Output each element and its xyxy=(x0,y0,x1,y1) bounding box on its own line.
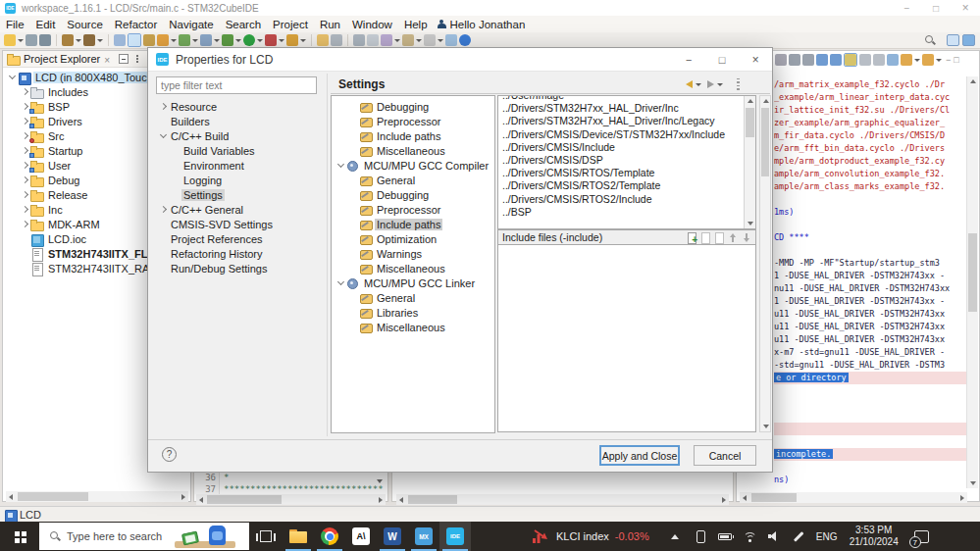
scroll-up-icon[interactable] xyxy=(970,79,976,83)
dialog-titlebar[interactable]: IDE Properties for LCD xyxy=(148,48,772,72)
minimize-button[interactable] xyxy=(892,0,921,16)
tree-item-include-paths[interactable]: Include paths xyxy=(332,128,494,143)
dropdown-caret-icon[interactable] xyxy=(279,39,284,42)
forward-icon[interactable] xyxy=(424,34,443,46)
edit-icon[interactable] xyxy=(699,232,710,243)
scroll-down-icon[interactable] xyxy=(970,481,976,485)
open-folder-icon[interactable] xyxy=(317,34,329,46)
scroll-right-icon[interactable] xyxy=(722,497,726,503)
include-paths-list[interactable]: ../User/Image../Drivers/STM32H7xx_HAL_Dr… xyxy=(497,95,756,229)
user-account[interactable]: Hello Jonathan xyxy=(438,19,526,30)
menu-search[interactable]: Search xyxy=(220,19,267,30)
cpp-perspective-icon[interactable] xyxy=(962,34,975,46)
dropdown-caret-icon[interactable] xyxy=(76,39,81,42)
menu-navigate[interactable]: Navigate xyxy=(163,19,219,30)
link-with-editor-icon[interactable] xyxy=(445,34,457,46)
move-down-icon[interactable] xyxy=(741,232,751,243)
editor-hscrollbar[interactable] xyxy=(196,494,386,505)
back-icon[interactable] xyxy=(402,34,422,46)
scroll-thumb[interactable] xyxy=(18,492,88,501)
include-path-item[interactable]: ../Drivers/CMSIS/Include xyxy=(498,141,742,154)
pencil-icon[interactable] xyxy=(331,34,342,46)
scroll-thumb[interactable] xyxy=(761,108,769,176)
save-icon[interactable] xyxy=(26,34,37,46)
twisty-icon[interactable] xyxy=(335,277,346,288)
collapse-all-icon[interactable] xyxy=(119,54,129,64)
include-path-item[interactable]: ../Drivers/STM32H7xx_HAL_Driver/Inc xyxy=(498,102,742,115)
tree-item-include-paths[interactable]: Include paths xyxy=(332,217,494,231)
dropdown-caret-icon[interactable] xyxy=(394,39,400,42)
console-restore-icon[interactable]: □ xyxy=(954,55,958,65)
include-path-item[interactable]: ../Drivers/CMSIS/Device/ST/STM32H7xx/Inc… xyxy=(498,128,742,141)
scroll-lock-icon[interactable] xyxy=(873,54,885,66)
clear-console-icon[interactable] xyxy=(859,54,871,66)
console-hscrollbar[interactable] xyxy=(740,492,967,503)
open-console-icon[interactable] xyxy=(922,54,942,66)
tray-wifi-button[interactable] xyxy=(738,531,762,542)
tree-item-libraries[interactable]: Libraries xyxy=(332,305,494,320)
settings-pane-vscrollbar[interactable] xyxy=(759,95,771,432)
taskbar-app-word[interactable]: W xyxy=(377,522,408,551)
scroll-up-icon[interactable] xyxy=(763,99,769,103)
tray-battery-button[interactable] xyxy=(713,533,738,540)
console-settings-icon[interactable] xyxy=(844,53,857,67)
cancel-button[interactable]: Cancel xyxy=(694,445,756,466)
back-icon[interactable] xyxy=(686,80,693,88)
dropdown-caret-icon[interactable] xyxy=(235,39,241,42)
scroll-down-icon[interactable] xyxy=(377,479,383,483)
scroll-right-icon[interactable] xyxy=(960,495,964,501)
back-menu-caret-icon[interactable] xyxy=(696,83,701,86)
include-path-item[interactable]: ../Drivers/CMSIS/DSP xyxy=(498,154,742,167)
tree-item-builders[interactable]: Builders xyxy=(154,114,323,128)
profile-icon[interactable] xyxy=(265,34,284,46)
menu-edit[interactable]: Edit xyxy=(30,19,62,30)
include-paths-vscrollbar[interactable] xyxy=(744,96,755,228)
tree-item-refactoring-history[interactable]: Refactoring History xyxy=(154,246,323,261)
dropdown-caret-icon[interactable] xyxy=(416,39,422,42)
start-button[interactable] xyxy=(0,522,39,551)
dropdown-caret-icon[interactable] xyxy=(214,39,220,42)
twisty-icon[interactable] xyxy=(20,86,30,97)
dropdown-caret-icon[interactable] xyxy=(300,39,306,42)
scroll-down-icon[interactable] xyxy=(763,425,769,428)
prev-console-icon[interactable] xyxy=(830,54,842,66)
tree-item-preprocessor[interactable]: Preprocessor xyxy=(332,202,494,217)
clock[interactable]: 3:53 PM 21/10/2024 xyxy=(843,522,905,551)
scroll-down-icon[interactable] xyxy=(748,222,753,225)
add-icon[interactable] xyxy=(686,232,696,243)
twisty-icon[interactable] xyxy=(335,160,346,171)
dropdown-caret-icon[interactable] xyxy=(438,39,443,42)
taskbar-search[interactable]: Type here to search xyxy=(39,523,249,550)
view-menu-icon[interactable] xyxy=(133,54,141,64)
explorer-hscrollbar[interactable] xyxy=(6,491,188,502)
console-minimize-icon[interactable]: − xyxy=(946,55,951,65)
tree-item-miscellaneous[interactable]: Miscellaneous xyxy=(332,320,494,334)
next-console-icon[interactable] xyxy=(816,54,828,66)
device-config-icon[interactable] xyxy=(200,34,220,46)
last-edit-icon[interactable] xyxy=(381,34,400,46)
external-tools-icon[interactable] xyxy=(286,34,306,46)
notification-button[interactable]: 7 xyxy=(905,522,939,551)
tree-item-resource[interactable]: Resource xyxy=(154,99,323,114)
twisty-icon[interactable] xyxy=(158,130,169,141)
tree-item-miscellaneous[interactable]: Miscellaneous xyxy=(332,261,494,276)
apply-and-close-button[interactable]: Apply and Close xyxy=(599,445,680,466)
scroll-thumb[interactable] xyxy=(746,108,754,137)
twisty-icon[interactable] xyxy=(20,219,30,229)
editor2-hscrollbar[interactable] xyxy=(396,494,729,505)
include-path-item[interactable]: ../User/Image xyxy=(498,95,742,102)
new-class-icon[interactable] xyxy=(179,34,198,46)
scroll-thumb[interactable] xyxy=(751,493,797,502)
forward-menu-caret-icon[interactable] xyxy=(717,83,723,86)
menu-file[interactable]: File xyxy=(0,19,30,30)
pin-console-icon[interactable] xyxy=(887,54,899,66)
taskbar-app-cubeide[interactable]: IDE xyxy=(439,522,471,551)
filter-input[interactable] xyxy=(156,76,317,94)
scroll-thumb[interactable] xyxy=(968,233,977,312)
tree-item-mcu-mpu-gcc-compiler[interactable]: MCU/MPU GCC Compiler xyxy=(332,158,494,173)
taskbar-app-chrome[interactable] xyxy=(314,522,345,551)
skip-breakpoints-icon[interactable] xyxy=(114,34,126,46)
menu-refactor[interactable]: Refactor xyxy=(109,19,163,30)
scroll-right-icon[interactable] xyxy=(181,494,185,500)
include-path-item[interactable]: ../Drivers/CMSIS/RTOS/Template xyxy=(498,167,742,179)
